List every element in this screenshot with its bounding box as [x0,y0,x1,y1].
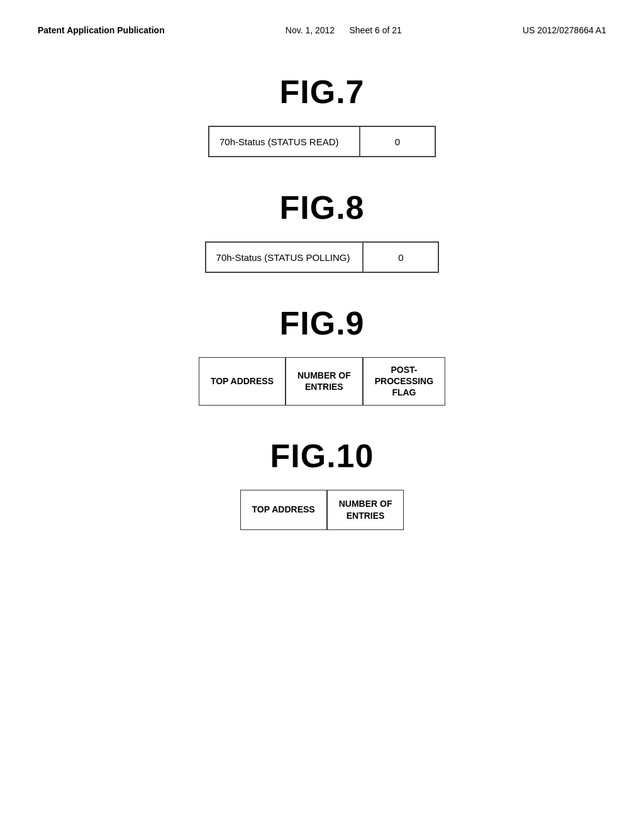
fig7-label-cell: 70h-Status (STATUS READ) [209,126,360,157]
fig9-section: FIG.9 TOP ADDRESS NUMBER OFENTRIES POST-… [38,304,606,406]
fig9-table: TOP ADDRESS NUMBER OFENTRIES POST-PROCES… [199,357,445,406]
fig7-title: FIG.7 [279,73,364,111]
fig10-col1: TOP ADDRESS [240,490,327,530]
fig7-value-cell: 0 [360,126,435,157]
fig7-table: 70h-Status (STATUS READ) 0 [208,126,436,157]
fig10-section: FIG.10 TOP ADDRESS NUMBER OFENTRIES [38,437,606,530]
fig7-section: FIG.7 70h-Status (STATUS READ) 0 [38,73,606,157]
header-patent-number: US 2012/0278664 A1 [523,25,606,35]
fig10-table: TOP ADDRESS NUMBER OFENTRIES [240,490,404,530]
fig9-col1: TOP ADDRESS [199,357,286,406]
fig8-value-cell: 0 [363,242,438,272]
page: Patent Application Publication Nov. 1, 2… [0,0,644,830]
fig8-table: 70h-Status (STATUS POLLING) 0 [205,241,440,273]
fig9-col2: NUMBER OFENTRIES [286,357,363,406]
header-publication-label: Patent Application Publication [38,25,165,35]
fig9-col3: POST-PROCESSINGFLAG [363,357,445,406]
fig10-title: FIG.10 [270,437,374,475]
fig8-label-cell: 70h-Status (STATUS POLLING) [206,242,364,272]
fig10-col2: NUMBER OFENTRIES [327,490,404,530]
fig9-title: FIG.9 [279,304,364,342]
fig8-section: FIG.8 70h-Status (STATUS POLLING) 0 [38,189,606,273]
header-date: Nov. 1, 2012 Sheet 6 of 21 [286,25,402,35]
header-sheet: Sheet 6 of 21 [350,25,402,35]
page-header: Patent Application Publication Nov. 1, 2… [38,25,606,35]
fig8-title: FIG.8 [279,189,364,226]
